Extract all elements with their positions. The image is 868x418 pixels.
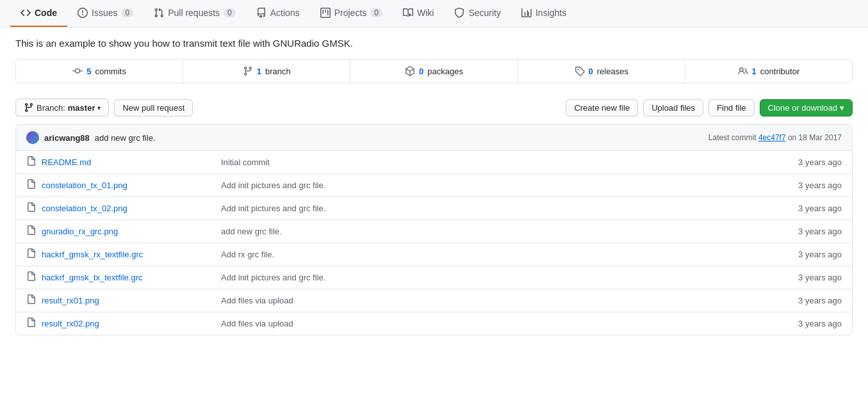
- create-new-file-button[interactable]: Create new file: [566, 99, 638, 117]
- tab-security-label: Security: [468, 8, 501, 18]
- commit-hash[interactable]: 4ec47f7: [758, 133, 786, 142]
- file-name: hackrf_gmsk_rx_textfile.grc: [42, 250, 221, 259]
- branch-label: branch: [265, 67, 291, 76]
- stat-branch[interactable]: 1 branch: [183, 60, 350, 83]
- file-icon: [26, 271, 37, 284]
- branch-current: master: [68, 103, 95, 113]
- tab-security[interactable]: Security: [444, 0, 511, 27]
- contributors-count[interactable]: 1: [752, 67, 757, 76]
- file-age: 3 years ago: [778, 319, 842, 328]
- file-link[interactable]: result_rx02.png: [42, 319, 99, 328]
- branch-label: Branch:: [37, 103, 65, 113]
- file-commit-msg: Add init pictures and grc file.: [221, 273, 778, 282]
- package-stat-icon: [405, 66, 415, 76]
- file-icon: [26, 179, 37, 191]
- actions-bar: Branch: master ▾ New pull request Create…: [0, 93, 868, 124]
- file-commit-msg: Initial commit: [221, 157, 778, 167]
- new-pull-request-button[interactable]: New pull request: [114, 99, 193, 117]
- tab-pull-requests[interactable]: Pull requests 0: [143, 0, 246, 27]
- table-row: hackrf_gmsk_rx_textfile.grc Add rx grc f…: [16, 243, 852, 266]
- actions-icon: [256, 8, 266, 18]
- file-link[interactable]: hackrf_gmsk_rx_textfile.grc: [42, 250, 143, 259]
- security-icon: [454, 8, 464, 18]
- file-name: result_rx01.png: [42, 296, 221, 305]
- clone-or-download-button[interactable]: Clone or download ▾: [760, 99, 853, 117]
- file-link[interactable]: README.md: [42, 157, 91, 167]
- file-link[interactable]: constelation_tx_02.png: [42, 204, 127, 213]
- stat-packages[interactable]: 0 packages: [350, 60, 518, 83]
- branch-count[interactable]: 1: [257, 67, 261, 76]
- tab-bar: Code Issues 0 Pull requests 0 Actions Pr…: [0, 0, 868, 28]
- issues-badge: 0: [121, 8, 133, 17]
- branch-selector[interactable]: Branch: master ▾: [15, 99, 109, 117]
- commit-right: Latest commit 4ec47f7 on 18 Mar 2017: [708, 133, 842, 142]
- file-commit-msg: add new grc file.: [221, 227, 778, 236]
- insights-icon: [521, 8, 532, 18]
- file-age: 3 years ago: [778, 250, 842, 259]
- commit-date: 18 Mar 2017: [799, 133, 842, 142]
- tab-actions-label: Actions: [270, 8, 300, 18]
- code-icon: [20, 8, 31, 18]
- file-icon: [26, 248, 37, 261]
- pr-icon: [154, 8, 164, 18]
- tag-stat-icon: [575, 66, 585, 76]
- file-link[interactable]: constelation_tx_01.png: [42, 181, 127, 190]
- file-name: constelation_tx_01.png: [42, 181, 221, 190]
- file-age: 3 years ago: [778, 157, 842, 167]
- tab-wiki[interactable]: Wiki: [393, 0, 444, 27]
- commits-label: commits: [95, 67, 126, 76]
- file-icon: [26, 156, 37, 168]
- projects-icon: [320, 8, 331, 18]
- file-link[interactable]: result_rx01.png: [42, 296, 99, 305]
- file-commit-msg: Add init pictures and grc file.: [221, 204, 778, 213]
- table-row: result_rx01.png Add files via upload 3 y…: [16, 289, 852, 312]
- file-name: hackrf_gmsk_tx_textfile.grc: [42, 273, 221, 282]
- file-icon: [26, 225, 37, 237]
- tab-issues[interactable]: Issues 0: [67, 0, 143, 27]
- file-name: result_rx02.png: [42, 319, 221, 328]
- stat-commits[interactable]: 5 commits: [16, 60, 183, 83]
- stats-bar: 5 commits 1 branch 0 packages 0 releases…: [15, 59, 853, 83]
- tab-projects[interactable]: Projects 0: [310, 0, 393, 27]
- tab-wiki-label: Wiki: [417, 8, 434, 18]
- file-link[interactable]: gnuradio_rx_grc.png: [42, 227, 118, 236]
- stat-releases[interactable]: 0 releases: [518, 60, 685, 83]
- stat-contributors[interactable]: 1 contributor: [685, 60, 852, 83]
- tab-code-label: Code: [35, 8, 57, 18]
- file-commit-msg: Add init pictures and grc file.: [221, 181, 778, 190]
- tab-issues-label: Issues: [92, 8, 117, 18]
- issue-icon: [78, 8, 88, 18]
- file-age: 3 years ago: [778, 204, 842, 213]
- find-file-button[interactable]: Find file: [708, 99, 755, 117]
- contributors-label: contributor: [760, 67, 799, 76]
- branch-chevron-icon: ▾: [97, 104, 101, 111]
- file-commit-msg: Add files via upload: [221, 319, 778, 328]
- file-name: gnuradio_rx_grc.png: [42, 227, 221, 236]
- tab-actions[interactable]: Actions: [246, 0, 310, 27]
- commit-message: add new grc file.: [95, 133, 156, 143]
- file-commit-msg: Add files via upload: [221, 296, 778, 305]
- commits-count[interactable]: 5: [86, 67, 91, 76]
- releases-count[interactable]: 0: [589, 67, 593, 76]
- file-icon: [26, 294, 37, 307]
- clone-or-download-label: Clone or download: [768, 103, 837, 113]
- packages-label: packages: [427, 67, 463, 76]
- table-row: gnuradio_rx_grc.png add new grc file. 3 …: [16, 220, 852, 243]
- file-link[interactable]: hackrf_gmsk_tx_textfile.grc: [42, 273, 143, 282]
- commit-latest-label: Latest commit: [708, 133, 758, 142]
- pr-badge: 0: [224, 8, 236, 17]
- commit-author[interactable]: aricwang88: [44, 133, 90, 143]
- file-age: 3 years ago: [778, 227, 842, 236]
- releases-label: releases: [597, 67, 628, 76]
- file-name: README.md: [42, 157, 221, 167]
- table-row: result_rx02.png Add files via upload 3 y…: [16, 312, 852, 335]
- branch-selector-icon: [24, 102, 34, 113]
- tab-pr-label: Pull requests: [168, 8, 220, 18]
- tab-projects-label: Projects: [334, 8, 367, 18]
- file-commit-msg: Add rx grc file.: [221, 250, 778, 259]
- tab-code[interactable]: Code: [10, 0, 67, 27]
- table-row: hackrf_gmsk_tx_textfile.grc Add init pic…: [16, 266, 852, 289]
- upload-files-button[interactable]: Upload files: [643, 99, 703, 117]
- tab-insights[interactable]: Insights: [511, 0, 577, 27]
- packages-count[interactable]: 0: [419, 67, 423, 76]
